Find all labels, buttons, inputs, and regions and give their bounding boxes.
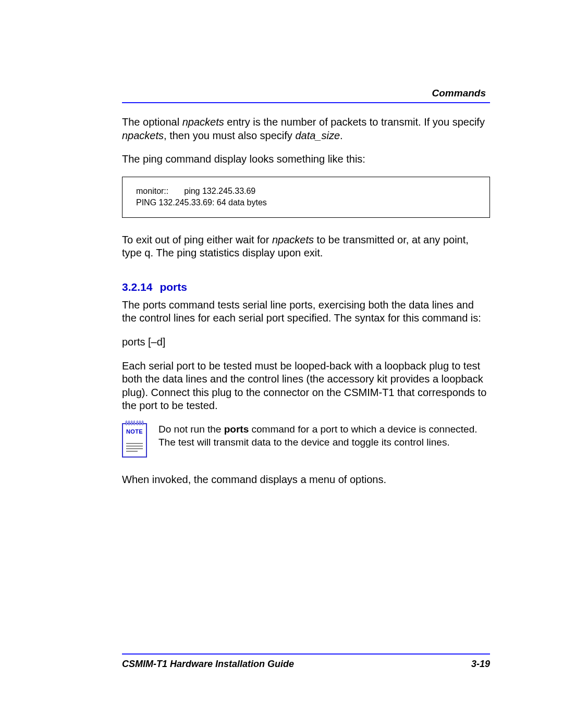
text-segment: The	[122, 153, 143, 165]
code-line-1: monitor:: ping 132.245.33.69	[136, 186, 271, 197]
paragraph-ports-syntax: ports [–d]	[122, 336, 490, 349]
section-heading-ports: 3.2.14ports	[122, 281, 490, 293]
text-segment: . The	[150, 247, 177, 258]
text-segment: command display looks something like thi…	[163, 153, 365, 165]
text-segment: To exit out of	[122, 234, 184, 245]
note-binding-rings	[125, 421, 144, 425]
note-text: Do not run the ports command for a port …	[158, 423, 490, 449]
term-ping: ping	[184, 234, 204, 245]
code-example-box: monitor:: ping 132.245.33.69 PING 132.24…	[122, 177, 490, 218]
text-segment: statistics display upon exit.	[197, 247, 323, 258]
header-rule	[122, 102, 490, 103]
code-line-2: PING 132.245.33.69: 64 data bytes	[136, 197, 476, 208]
footer-page-number: 3-19	[471, 659, 490, 670]
term-ping: ping	[143, 153, 163, 165]
text-segment: entry is the number of packets to transm…	[224, 116, 485, 128]
paragraph-ping-display: The ping command display looks something…	[122, 153, 490, 166]
paragraph-ports-intro: The ports command tests serial line port…	[122, 299, 490, 325]
term-q: q	[144, 247, 150, 258]
paragraph-menu-options: When invoked, the command displays a men…	[122, 473, 490, 487]
paragraph-npackets-intro: The optional npackets entry is the numbe…	[122, 116, 490, 142]
section-title: ports	[160, 281, 187, 293]
note-icon: NOTE	[122, 423, 147, 458]
term-npackets: npackets	[272, 234, 314, 245]
page-content: Commands The optional npackets entry is …	[0, 0, 563, 487]
term-data-size: data_size	[295, 130, 340, 141]
term-npackets: npackets	[122, 130, 164, 141]
text-segment: Do not run the	[158, 424, 224, 435]
term-ping: ping	[177, 247, 197, 258]
page-header: Commands	[122, 88, 490, 103]
text-segment: either wait for	[204, 234, 272, 245]
term-ports-bold: ports	[224, 424, 249, 435]
text-segment: The optional	[122, 116, 182, 128]
note-lines-icon	[126, 443, 143, 453]
page-footer: CSMIM-T1 Hardware Installation Guide 3-1…	[122, 653, 490, 670]
text-segment: , then you must also specify	[164, 130, 295, 141]
section-number: 3.2.14	[122, 281, 152, 293]
paragraph-loopback: Each serial port to be tested must be lo…	[122, 360, 490, 413]
code-prompt: monitor::	[136, 186, 184, 197]
header-title: Commands	[122, 88, 490, 102]
code-command: ping 132.245.33.69	[184, 186, 271, 197]
footer-guide-title: CSMIM-T1 Hardware Installation Guide	[122, 659, 294, 670]
note-label: NOTE	[126, 428, 143, 435]
paragraph-exit-ping: To exit out of ping either wait for npac…	[122, 233, 490, 260]
term-npackets: npackets	[182, 116, 224, 128]
note-block: NOTE Do not run the ports command for a …	[122, 423, 490, 458]
text-segment: .	[340, 130, 343, 141]
